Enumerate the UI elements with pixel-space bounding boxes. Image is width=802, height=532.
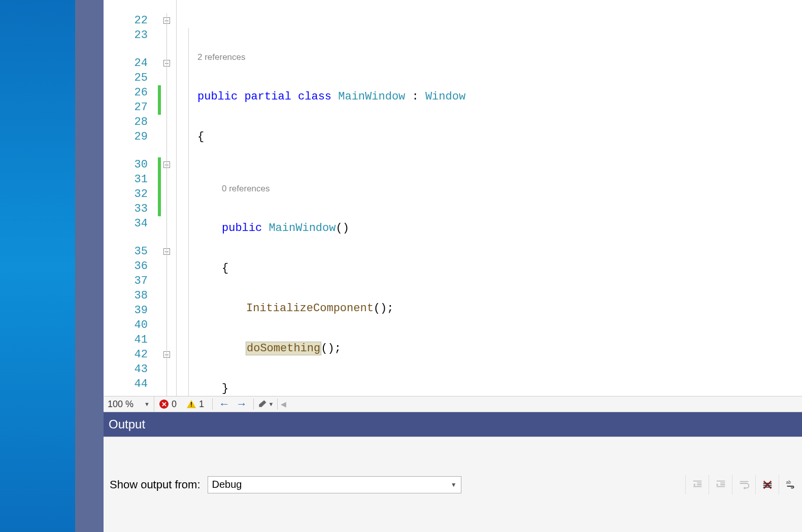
- indent-increase-icon: [715, 479, 726, 490]
- line-number: 35: [104, 244, 148, 259]
- divider: [253, 398, 254, 410]
- editor-status-bar: 100 % ▼ ✕ 0 1 ← → ▼ ◀: [104, 396, 802, 412]
- divider: [212, 398, 213, 410]
- line-number: 44: [104, 377, 148, 391]
- svg-text:ab: ab: [786, 480, 791, 485]
- line-number: 42: [104, 347, 148, 362]
- toggle-wrap-button[interactable]: ab: [779, 475, 802, 494]
- line-number: 37: [104, 274, 148, 288]
- line-number: 27: [104, 100, 148, 115]
- error-count[interactable]: ✕ 0: [154, 396, 182, 412]
- line-number: 26: [104, 85, 148, 100]
- warning-icon: [187, 400, 196, 408]
- line-number: 39: [104, 303, 148, 318]
- line-number: 36: [104, 259, 148, 274]
- zoom-value: 100 %: [108, 399, 133, 410]
- word-wrap-icon: [739, 479, 750, 490]
- line-number: 33: [104, 202, 148, 216]
- output-source-label: Show output from:: [110, 478, 201, 491]
- clear-all-icon: [762, 479, 773, 490]
- output-toolbar: Show output from: Debug ▼ ab: [104, 437, 802, 532]
- code-text-area[interactable]: 2 references public partial class MainWi…: [197, 0, 802, 396]
- nav-back-button[interactable]: ←: [216, 396, 233, 412]
- scroll-left-icon[interactable]: ◀: [281, 400, 293, 408]
- code-editor[interactable]: 22 23 24 25 26 27 28 29 30 31 32 33 34 3…: [104, 0, 802, 396]
- line-number: 32: [104, 187, 148, 202]
- error-icon: ✕: [159, 400, 169, 409]
- desktop-background: [0, 0, 75, 532]
- nav-forward-button[interactable]: →: [233, 396, 250, 412]
- line-number: 38: [104, 288, 148, 303]
- eraser-icon: [257, 399, 268, 409]
- change-indicator-bar: [157, 0, 162, 396]
- code-folding-column[interactable]: [162, 0, 174, 396]
- chevron-down-icon: ▼: [269, 401, 274, 407]
- line-number: 40: [104, 318, 148, 332]
- warning-count[interactable]: 1: [182, 396, 209, 412]
- chevron-down-icon: ▼: [144, 401, 150, 407]
- line-number: 30: [104, 157, 148, 172]
- indent-increase-button[interactable]: [709, 475, 732, 494]
- symbol-reference-highlight: doSomething: [246, 342, 321, 355]
- line-number: 24: [104, 56, 148, 71]
- line-number: 22: [104, 13, 148, 28]
- indent-guides: [174, 0, 197, 396]
- line-number: 23: [104, 28, 148, 43]
- indent-decrease-icon: [692, 479, 703, 490]
- output-source-dropdown[interactable]: Debug ▼: [208, 476, 461, 493]
- chevron-down-icon: ▼: [451, 481, 457, 488]
- zoom-dropdown[interactable]: 100 % ▼: [104, 396, 154, 412]
- word-wrap-button[interactable]: [732, 475, 755, 494]
- line-number: 28: [104, 115, 148, 129]
- line-number: 31: [104, 172, 148, 187]
- codelens-references[interactable]: 0 references: [197, 182, 802, 195]
- clear-all-button[interactable]: [755, 475, 779, 494]
- indent-decrease-button[interactable]: [685, 475, 709, 494]
- window-chrome: [75, 0, 104, 532]
- line-number: 41: [104, 332, 148, 347]
- line-number: 43: [104, 362, 148, 377]
- ab-wrap-icon: ab: [785, 479, 796, 490]
- clear-button[interactable]: ▼: [257, 399, 274, 409]
- divider: [277, 398, 278, 410]
- line-number: 34: [104, 216, 148, 231]
- output-panel-title[interactable]: Output: [104, 412, 802, 437]
- line-number: 25: [104, 71, 148, 85]
- line-number-gutter: 22 23 24 25 26 27 28 29 30 31 32 33 34 3…: [104, 0, 157, 396]
- codelens-references[interactable]: 2 references: [197, 51, 802, 64]
- line-number: 29: [104, 129, 148, 144]
